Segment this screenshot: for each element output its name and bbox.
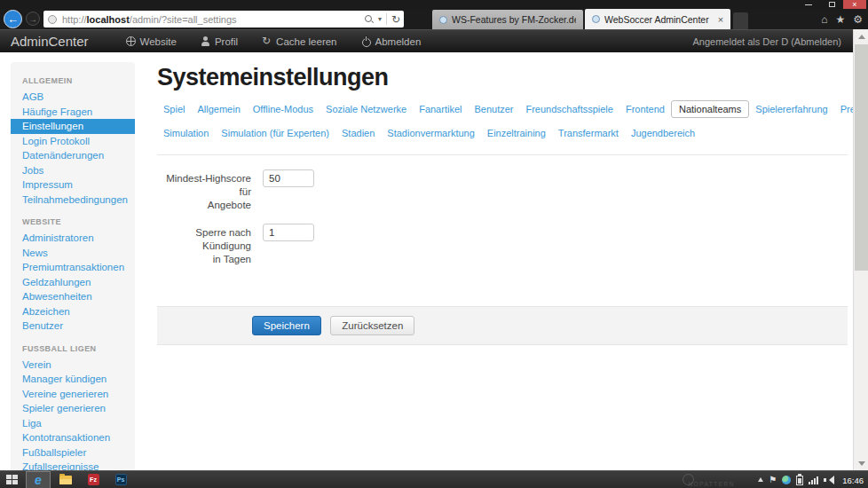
sidebar-item-jobs[interactable]: Jobs: [11, 163, 135, 178]
address-bar[interactable]: http://localhost/admin/?site=all_setting…: [43, 11, 404, 28]
settings-tab-einzeltraining[interactable]: Einzeltraining: [481, 124, 552, 142]
vertical-scrollbar[interactable]: [853, 29, 868, 470]
sidebar-item-manager-k-ndigen[interactable]: Manager kündigen: [11, 372, 135, 387]
reset-button[interactable]: Zurücksetzen: [330, 316, 414, 335]
admin-menu-label: Cache leeren: [276, 36, 336, 47]
hidden-icons-arrow-icon[interactable]: [758, 475, 763, 482]
start-button[interactable]: [0, 471, 23, 488]
refresh-icon[interactable]: ↻: [391, 13, 400, 26]
tab-favicon-icon: [592, 15, 600, 23]
minimize-button[interactable]: [797, 0, 820, 9]
search-icon[interactable]: [364, 14, 374, 24]
scrollbar-thumb[interactable]: [855, 44, 868, 271]
settings-tab-stadien[interactable]: Stadien: [335, 124, 381, 142]
browser-tab-title: WebSoccer AdminCenter: [604, 14, 709, 25]
sidebar-item-h-ufige-fragen[interactable]: Häufige Fragen: [11, 105, 135, 120]
sidebar-item-agb[interactable]: AGB: [11, 90, 135, 105]
settings-tab-frontend[interactable]: Frontend: [619, 100, 671, 118]
browser-tab-ws-features-by-fm-zocker-de[interactable]: WS-Features by FM-Zocker.de: [432, 10, 583, 29]
sidebar-item-einstellungen[interactable]: Einstellungen: [11, 119, 135, 134]
scroll-up-button[interactable]: [854, 29, 868, 43]
favorites-star-icon[interactable]: ★: [835, 13, 845, 26]
settings-tab-spielererfahrung[interactable]: Spielererfahrung: [749, 100, 833, 118]
action-center-flag-icon[interactable]: ⚑: [769, 476, 777, 484]
sidebar-item-impressum[interactable]: Impressum: [11, 177, 135, 193]
field-label: Mindest-Highscore fürAngebote: [157, 169, 251, 212]
admin-menu-abmelden[interactable]: Abmelden: [361, 36, 422, 47]
back-button[interactable]: ←: [4, 10, 22, 28]
settings-tab-soziale-netzwerke[interactable]: Soziale Netzwerke: [320, 100, 413, 118]
power-icon: [361, 36, 371, 46]
settings-tab-simulation-f-r-experten[interactable]: Simulation (für Experten): [215, 124, 335, 142]
taskbar-item-file-explorer[interactable]: [53, 471, 78, 488]
sidebar-item-liga[interactable]: Liga: [11, 416, 135, 431]
sidebar-item-login-protokoll[interactable]: Login Protokoll: [11, 134, 135, 149]
sidebar-item-fu-ballspieler[interactable]: Fußballspieler: [11, 445, 135, 460]
sidebar-item-news[interactable]: News: [11, 246, 135, 261]
taskbar-item-filezilla[interactable]: Fz: [81, 471, 106, 488]
admin-menu: WebsiteProfilCache leerenAbmelden: [126, 36, 693, 47]
settings-tab-simulation[interactable]: Simulation: [157, 124, 215, 142]
sidebar-item-administratoren[interactable]: Administratoren: [11, 231, 135, 246]
settings-tab-freundschaftsspiele[interactable]: Freundschaftsspiele: [519, 100, 619, 118]
restore-button[interactable]: [820, 0, 843, 9]
taskbar-clock[interactable]: 16:46: [842, 476, 864, 485]
settings-tab-jugendbereich[interactable]: Jugendbereich: [625, 124, 701, 142]
sidebar-item-zufallsereignisse[interactable]: Zufallsereignisse: [11, 460, 135, 470]
sidebar-item-abzeichen[interactable]: Abzeichen: [11, 304, 135, 319]
settings-tab-fanartikel[interactable]: Fanartikel: [413, 100, 468, 118]
sidebar-item-premiumtransaktionen[interactable]: Premiumtransaktionen: [11, 260, 135, 275]
save-button[interactable]: Speichern: [252, 316, 321, 335]
speaker-icon[interactable]: [824, 476, 833, 484]
settings-tab-benutzer[interactable]: Benutzer: [468, 100, 519, 118]
field-input-sperre-nach-k-ndigung-in-tagen[interactable]: [263, 224, 314, 241]
browser-tab-websoccer-admincenter[interactable]: WebSoccer AdminCenter×: [585, 9, 730, 29]
scroll-down-button[interactable]: [854, 456, 868, 470]
close-button[interactable]: ×: [843, 0, 866, 9]
back-arrow-icon: ←: [7, 12, 19, 26]
field-label-line: Mindest-Highscore für: [157, 172, 251, 199]
main-panel: Systemeinstellungen SpielAllgemeinOfflin…: [157, 52, 853, 470]
windows-logo-icon: [6, 475, 18, 484]
field-label-line: Sperre nach Kündigung: [157, 226, 251, 253]
chevron-down-icon[interactable]: ▾: [378, 15, 382, 23]
sidebar-item-kontotransaktionen[interactable]: Kontotransaktionen: [11, 430, 135, 445]
settings-tab-allgemein[interactable]: Allgemein: [191, 100, 246, 118]
settings-tab-premiumkonten[interactable]: Premiumkonten: [834, 100, 853, 118]
field-input-mindest-highscore-f-r-angebote[interactable]: [263, 169, 314, 187]
admin-menu-profil[interactable]: Profil: [201, 36, 238, 47]
restore-icon: [829, 2, 835, 7]
home-icon[interactable]: ⌂: [821, 13, 827, 26]
settings-tab-spiel[interactable]: Spiel: [157, 100, 191, 118]
gear-icon[interactable]: ⚙: [853, 13, 863, 26]
sidebar-item-spieler-generieren[interactable]: Spieler generieren: [11, 401, 135, 416]
admin-menu-website[interactable]: Website: [126, 36, 177, 47]
sidebar: ALLGEMEINAGBHäufige FragenEinstellungenL…: [11, 62, 135, 470]
network-globe-icon[interactable]: [782, 476, 791, 484]
session-text[interactable]: Angemeldet als Der D (Abmelden): [692, 36, 841, 47]
internet-explorer-icon: e: [35, 474, 42, 486]
sidebar-item-verein[interactable]: Verein: [11, 358, 135, 373]
sidebar-item-teilnahmebedingungen[interactable]: Teilnahmebedingungen: [11, 193, 135, 208]
settings-tab-transfermarkt[interactable]: Transfermarkt: [552, 124, 625, 142]
screen: × ← → http://localhost/admin/?site=all_s…: [0, 0, 868, 488]
sidebar-item-abwesenheiten[interactable]: Abwesenheiten: [11, 289, 135, 304]
battery-icon[interactable]: [796, 476, 803, 485]
taskbar-item-photoshop[interactable]: Ps: [108, 471, 133, 488]
settings-tab-row: SimulationSimulation (für Experten)Stadi…: [157, 124, 848, 142]
sidebar-item-geldzahlungen[interactable]: Geldzahlungen: [11, 275, 135, 290]
sidebar-item-vereine-generieren[interactable]: Vereine generieren: [11, 387, 135, 402]
forward-button[interactable]: →: [26, 12, 40, 26]
settings-tab-offline-modus[interactable]: Offline-Modus: [247, 100, 320, 118]
photoshop-icon: Ps: [115, 474, 127, 485]
url-text[interactable]: http://localhost/admin/?site=all_setting…: [62, 14, 364, 25]
new-tab-button[interactable]: [733, 12, 748, 29]
sidebar-item-daten-nderungen[interactable]: Datenänderungen: [11, 148, 135, 163]
tab-close-icon[interactable]: ×: [718, 15, 723, 24]
settings-tab-stadionvermarktung[interactable]: Stadionvermarktung: [381, 124, 480, 142]
admin-menu-cache-leeren[interactable]: Cache leeren: [262, 36, 336, 47]
sidebar-item-benutzer[interactable]: Benutzer: [11, 319, 135, 334]
settings-tab-nationalteams[interactable]: Nationalteams: [671, 100, 749, 118]
signal-bars-icon[interactable]: [809, 476, 818, 484]
taskbar-item-internet-explorer[interactable]: e: [26, 471, 51, 488]
